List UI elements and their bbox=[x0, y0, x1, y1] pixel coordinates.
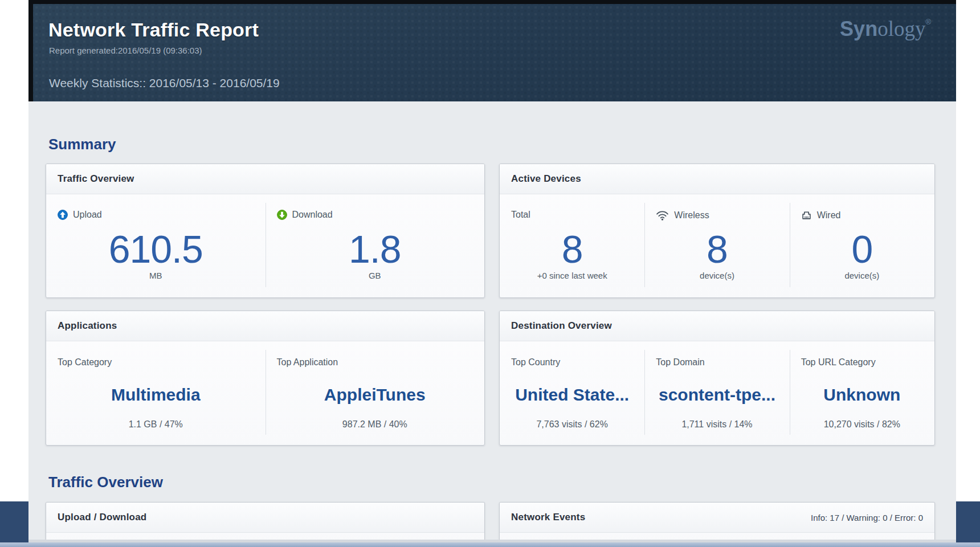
download-unit: GB bbox=[266, 271, 485, 280]
desktop-background-right bbox=[956, 501, 980, 547]
stat-label-row: Top Category bbox=[58, 357, 112, 368]
top-category-value: Multimedia bbox=[46, 385, 266, 405]
stat-label-row: Top URL Category bbox=[801, 357, 876, 368]
stat-label-row: Top Domain bbox=[656, 357, 704, 368]
network-events-summary: Info: 17 / Warning: 0 / Error: 0 bbox=[811, 513, 923, 522]
card-traffic-overview: Traffic Overview Upload 610.5 MB bbox=[46, 164, 485, 298]
screen: Network Traffic Report Report generated:… bbox=[0, 0, 980, 547]
card-title-destination-overview: Destination Overview bbox=[511, 320, 612, 332]
top-domain-stat: Top Domain scontent-tpe... 1,711 visits … bbox=[644, 341, 789, 445]
wired-devices-value: 0 bbox=[790, 230, 934, 268]
top-domain-sub: 1,711 visits / 14% bbox=[644, 419, 789, 430]
top-country-sub: 7,763 visits / 62% bbox=[500, 419, 644, 430]
wireless-devices-stat: Wireless 8 device(s) bbox=[644, 194, 789, 297]
card-title-network-events: Network Events bbox=[511, 512, 585, 523]
top-country-stat: Top Country United State... 7,763 visits… bbox=[500, 341, 644, 445]
top-url-category-stat: Top URL Category Unknown 10,270 visits /… bbox=[790, 341, 934, 445]
top-category-stat: Top Category Multimedia 1.1 GB / 47% bbox=[46, 341, 266, 445]
card-title-upload-download: Upload / Download bbox=[58, 512, 146, 523]
stat-label: Upload bbox=[73, 210, 102, 220]
stat-label: Total bbox=[511, 210, 530, 220]
card-header: Active Devices bbox=[500, 164, 934, 194]
report-window: Network Traffic Report Report generated:… bbox=[28, 0, 956, 542]
wired-devices-stat: Wired 0 device(s) bbox=[790, 194, 934, 297]
report-title: Network Traffic Report bbox=[48, 19, 259, 41]
card-header: Network Events Info: 17 / Warning: 0 / E… bbox=[500, 503, 934, 533]
wired-devices-sub: device(s) bbox=[790, 271, 934, 280]
stat-label: Top URL Category bbox=[801, 357, 876, 368]
logo-text-bold: Syn bbox=[840, 17, 877, 40]
top-application-sub: 987.2 MB / 40% bbox=[266, 419, 485, 430]
stat-label-row: Wireless bbox=[656, 210, 709, 221]
total-devices-value: 8 bbox=[500, 230, 644, 268]
stat-label-row: Wired bbox=[801, 210, 841, 221]
top-category-sub: 1.1 GB / 47% bbox=[46, 419, 266, 430]
total-devices-sub: +0 since last week bbox=[500, 271, 644, 280]
card-title-traffic-overview: Traffic Overview bbox=[58, 173, 134, 185]
window-edge-strip bbox=[0, 542, 980, 547]
stat-label: Wired bbox=[817, 210, 841, 221]
desktop-background-left bbox=[0, 501, 28, 547]
card-header: Upload / Download bbox=[46, 503, 484, 533]
card-header: Traffic Overview bbox=[46, 164, 484, 194]
traffic-overview-heading: Traffic Overview bbox=[48, 473, 163, 491]
stat-label-row: Total bbox=[511, 210, 530, 220]
card-upload-download: Upload / Download bbox=[46, 502, 485, 540]
card-title-applications: Applications bbox=[58, 320, 117, 332]
top-application-stat: Top Application AppleiTunes 987.2 MB / 4… bbox=[266, 341, 485, 445]
upload-unit: MB bbox=[46, 271, 266, 280]
stat-label-row: Top Application bbox=[277, 357, 338, 368]
stat-label: Wireless bbox=[674, 210, 709, 221]
report-header: Network Traffic Report Report generated:… bbox=[28, 0, 956, 101]
card-body: Upload 610.5 MB Download 1.8 GB bbox=[46, 194, 484, 297]
top-country-value: United State... bbox=[500, 385, 644, 405]
card-header: Applications bbox=[46, 311, 484, 341]
wireless-devices-value: 8 bbox=[644, 230, 789, 268]
card-applications: Applications Top Category Multimedia 1.1… bbox=[46, 311, 485, 446]
top-domain-value: scontent-tpe... bbox=[644, 385, 789, 405]
card-body: Total 8 +0 since last week Wireless 8 de… bbox=[500, 194, 934, 297]
card-title-active-devices: Active Devices bbox=[511, 173, 581, 185]
total-devices-stat: Total 8 +0 since last week bbox=[500, 194, 644, 297]
upload-icon bbox=[58, 210, 68, 220]
card-destination-overview: Destination Overview Top Country United … bbox=[499, 311, 935, 446]
upload-stat: Upload 610.5 MB bbox=[46, 194, 266, 297]
card-active-devices: Active Devices Total 8 +0 since last wee… bbox=[499, 164, 935, 298]
stat-label-row: Top Country bbox=[511, 357, 560, 368]
synology-logo: Synology® bbox=[840, 17, 931, 41]
stat-label: Top Category bbox=[58, 357, 112, 368]
download-stat: Download 1.8 GB bbox=[266, 194, 485, 297]
card-body: Top Country United State... 7,763 visits… bbox=[500, 341, 934, 445]
wifi-icon bbox=[656, 210, 669, 221]
stat-label-row: Upload bbox=[58, 210, 102, 220]
card-header: Destination Overview bbox=[500, 311, 934, 341]
stat-label: Top Domain bbox=[656, 357, 704, 368]
card-body: Top Category Multimedia 1.1 GB / 47% Top… bbox=[46, 341, 484, 445]
upload-value: 610.5 bbox=[46, 230, 266, 268]
report-generated-timestamp: Report generated:2016/05/19 (09:36:03) bbox=[49, 46, 202, 55]
stat-label: Top Application bbox=[277, 357, 338, 368]
wireless-devices-sub: device(s) bbox=[644, 271, 789, 280]
ethernet-icon bbox=[801, 210, 812, 221]
stat-label-row: Download bbox=[277, 210, 333, 220]
top-url-category-value: Unknown bbox=[790, 385, 934, 405]
registered-mark-icon: ® bbox=[925, 18, 931, 26]
top-application-value: AppleiTunes bbox=[266, 385, 485, 405]
logo-text-serif: ology bbox=[877, 17, 925, 40]
stat-label: Top Country bbox=[511, 357, 560, 368]
download-icon bbox=[277, 210, 287, 220]
stat-label: Download bbox=[292, 210, 333, 220]
summary-heading: Summary bbox=[48, 136, 116, 153]
report-period: Weekly Statistics:: 2016/05/13 - 2016/05… bbox=[49, 76, 280, 90]
download-value: 1.8 bbox=[266, 230, 485, 268]
top-url-category-sub: 10,270 visits / 82% bbox=[790, 419, 934, 430]
card-network-events: Network Events Info: 17 / Warning: 0 / E… bbox=[499, 502, 935, 540]
